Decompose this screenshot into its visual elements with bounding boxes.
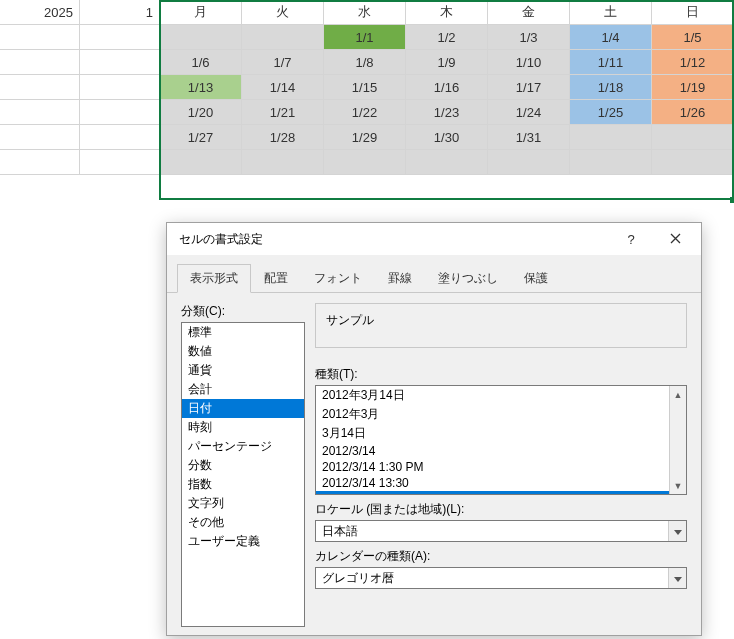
calendar-cell[interactable] (570, 125, 652, 150)
calendar-cell[interactable] (242, 25, 324, 50)
blank-cell[interactable] (0, 150, 80, 175)
blank-cell[interactable] (80, 25, 160, 50)
category-option[interactable]: 会計 (182, 380, 304, 399)
locale-dropdown-button[interactable] (668, 521, 686, 541)
category-option[interactable]: 日付 (182, 399, 304, 418)
type-option[interactable]: 2012/3/14 (316, 443, 686, 459)
calendar-cell[interactable]: 1/4 (570, 25, 652, 50)
category-option[interactable]: 通貨 (182, 361, 304, 380)
category-option[interactable]: 時刻 (182, 418, 304, 437)
calendar-cell[interactable]: 1/12 (652, 50, 734, 75)
blank-cell[interactable] (80, 100, 160, 125)
type-scrollbar[interactable]: ▲ ▼ (669, 386, 686, 494)
day-header-fri[interactable]: 金 (488, 0, 570, 25)
blank-cell[interactable] (80, 125, 160, 150)
calendar-cell[interactable]: 1/5 (652, 25, 734, 50)
tab-protection[interactable]: 保護 (511, 264, 561, 293)
category-option[interactable]: パーセンテージ (182, 437, 304, 456)
type-option[interactable]: 2012年3月 (316, 405, 686, 424)
calendar-cell[interactable]: 1/6 (160, 50, 242, 75)
type-option[interactable]: 2012/3/14 13:30 (316, 475, 686, 491)
type-listbox[interactable]: 2012年3月14日2012年3月3月14日2012/3/142012/3/14… (315, 385, 687, 495)
blank-cell[interactable] (0, 75, 80, 100)
type-option[interactable]: 3/14 (316, 491, 686, 495)
day-header-sun[interactable]: 日 (652, 0, 734, 25)
calendar-cell[interactable] (242, 150, 324, 175)
close-button[interactable] (653, 224, 697, 254)
tab-alignment[interactable]: 配置 (251, 264, 301, 293)
blank-cell[interactable] (0, 125, 80, 150)
blank-cell[interactable] (0, 50, 80, 75)
calendar-cell[interactable] (652, 125, 734, 150)
tab-font[interactable]: フォント (301, 264, 375, 293)
calendar-cell[interactable] (406, 150, 488, 175)
category-listbox[interactable]: 標準数値通貨会計日付時刻パーセンテージ分数指数文字列その他ユーザー定義 (181, 322, 305, 627)
type-option[interactable]: 3月14日 (316, 424, 686, 443)
blank-cell[interactable] (0, 100, 80, 125)
calendar-cell[interactable]: 1/13 (160, 75, 242, 100)
calendar-cell[interactable]: 1/16 (406, 75, 488, 100)
day-header-mon[interactable]: 月 (160, 0, 242, 25)
calendar-cell[interactable]: 1/25 (570, 100, 652, 125)
calendar-cell[interactable] (570, 150, 652, 175)
calendar-cell[interactable] (652, 150, 734, 175)
calendar-cell[interactable]: 1/27 (160, 125, 242, 150)
calendar-cell[interactable] (488, 150, 570, 175)
calendar-cell[interactable]: 1/2 (406, 25, 488, 50)
year-cell[interactable]: 2025 (0, 0, 80, 25)
calendar-cell[interactable]: 1/24 (488, 100, 570, 125)
day-header-sat[interactable]: 土 (570, 0, 652, 25)
calendar-cell[interactable]: 1/22 (324, 100, 406, 125)
tab-number-format[interactable]: 表示形式 (177, 264, 251, 293)
calendar-cell[interactable]: 1/20 (160, 100, 242, 125)
calendar-cell[interactable]: 1/1 (324, 25, 406, 50)
scroll-down-button[interactable]: ▼ (670, 477, 686, 494)
calendar-cell[interactable]: 1/14 (242, 75, 324, 100)
tab-fill[interactable]: 塗りつぶし (425, 264, 511, 293)
category-option[interactable]: 標準 (182, 323, 304, 342)
blank-cell[interactable] (0, 25, 80, 50)
help-button[interactable]: ? (609, 224, 653, 254)
category-option[interactable]: その他 (182, 513, 304, 532)
category-option[interactable]: 文字列 (182, 494, 304, 513)
calendar-cell[interactable]: 1/18 (570, 75, 652, 100)
type-option[interactable]: 2012年3月14日 (316, 386, 686, 405)
locale-combobox[interactable]: 日本語 (315, 520, 687, 542)
calendar-dropdown-button[interactable] (668, 568, 686, 588)
calendar-cell[interactable]: 1/28 (242, 125, 324, 150)
calendar-cell[interactable] (160, 150, 242, 175)
day-header-thu[interactable]: 木 (406, 0, 488, 25)
calendar-cell[interactable]: 1/8 (324, 50, 406, 75)
blank-cell[interactable] (80, 50, 160, 75)
blank-cell[interactable] (80, 75, 160, 100)
calendar-cell[interactable]: 1/17 (488, 75, 570, 100)
calendar-cell[interactable]: 1/15 (324, 75, 406, 100)
category-option[interactable]: 数値 (182, 342, 304, 361)
category-option[interactable]: 指数 (182, 475, 304, 494)
calendar-cell[interactable]: 1/9 (406, 50, 488, 75)
calendar-cell[interactable]: 1/19 (652, 75, 734, 100)
category-option[interactable]: ユーザー定義 (182, 532, 304, 551)
scroll-up-button[interactable]: ▲ (670, 386, 686, 403)
calendar-cell[interactable]: 1/11 (570, 50, 652, 75)
blank-cell[interactable] (80, 150, 160, 175)
calendar-cell[interactable]: 1/26 (652, 100, 734, 125)
calendar-cell[interactable]: 1/23 (406, 100, 488, 125)
calendar-cell[interactable] (160, 25, 242, 50)
scroll-track[interactable] (670, 403, 686, 477)
calendar-cell[interactable]: 1/21 (242, 100, 324, 125)
month-cell[interactable]: 1 (80, 0, 160, 25)
calendar-type-combobox[interactable]: グレゴリオ暦 (315, 567, 687, 589)
calendar-cell[interactable]: 1/7 (242, 50, 324, 75)
tab-border[interactable]: 罫線 (375, 264, 425, 293)
calendar-cell[interactable]: 1/31 (488, 125, 570, 150)
type-option[interactable]: 2012/3/14 1:30 PM (316, 459, 686, 475)
day-header-tue[interactable]: 火 (242, 0, 324, 25)
calendar-cell[interactable]: 1/30 (406, 125, 488, 150)
calendar-cell[interactable]: 1/10 (488, 50, 570, 75)
calendar-cell[interactable] (324, 150, 406, 175)
calendar-cell[interactable]: 1/29 (324, 125, 406, 150)
category-option[interactable]: 分数 (182, 456, 304, 475)
day-header-wed[interactable]: 水 (324, 0, 406, 25)
calendar-cell[interactable]: 1/3 (488, 25, 570, 50)
